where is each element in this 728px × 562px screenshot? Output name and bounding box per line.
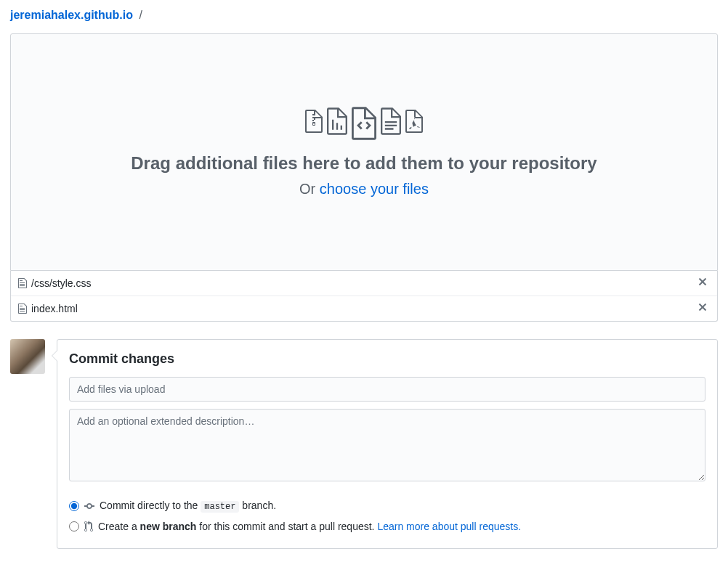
zip-file-icon [305, 107, 323, 136]
commit-description-input[interactable] [69, 409, 705, 481]
file-icon [18, 277, 27, 289]
remove-file-button[interactable] [695, 301, 710, 316]
dropzone-title: Drag additional files here to add them t… [25, 153, 703, 174]
commit-form: Commit changes Commit directly to the ma… [57, 339, 718, 549]
branch-name: master [201, 501, 239, 513]
dropzone-subtitle: Or choose your files [25, 181, 703, 197]
chart-file-icon [327, 107, 347, 136]
code-file-icon [352, 107, 376, 140]
avatar-wrap [10, 339, 45, 549]
pdf-file-icon [405, 107, 423, 136]
file-type-icons [25, 107, 703, 140]
file-name: index.html [31, 303, 695, 314]
user-avatar[interactable] [10, 339, 45, 374]
file-row: index.html [11, 296, 717, 321]
commit-options: Commit directly to the master branch. Cr… [69, 495, 705, 537]
upload-dropzone[interactable]: Drag additional files here to add them t… [10, 33, 718, 271]
file-row: /css/style.css [11, 271, 717, 296]
learn-pr-link[interactable]: Learn more about pull requests. [377, 521, 521, 532]
repo-link[interactable]: jeremiahalex.github.io [10, 9, 133, 21]
choose-files-link[interactable]: choose your files [320, 181, 429, 197]
uploaded-files-list: /css/style.css index.html [10, 271, 718, 322]
file-name: /css/style.css [31, 277, 695, 289]
commit-heading: Commit changes [69, 351, 705, 367]
commit-section: Commit changes Commit directly to the ma… [10, 339, 718, 549]
commit-direct-radio[interactable] [69, 501, 79, 511]
git-pull-request-icon [84, 521, 94, 532]
breadcrumb: jeremiahalex.github.io / [10, 9, 718, 22]
commit-summary-input[interactable] [69, 377, 705, 402]
file-icon [18, 303, 27, 314]
breadcrumb-separator: / [139, 9, 142, 21]
commit-direct-option[interactable]: Commit directly to the master branch. [69, 495, 705, 516]
git-commit-icon [84, 500, 95, 512]
text-file-icon [381, 107, 401, 136]
commit-newbranch-option[interactable]: Create a new branch for this commit and … [69, 516, 705, 537]
commit-newbranch-radio[interactable] [69, 521, 79, 532]
remove-file-button[interactable] [695, 276, 710, 290]
